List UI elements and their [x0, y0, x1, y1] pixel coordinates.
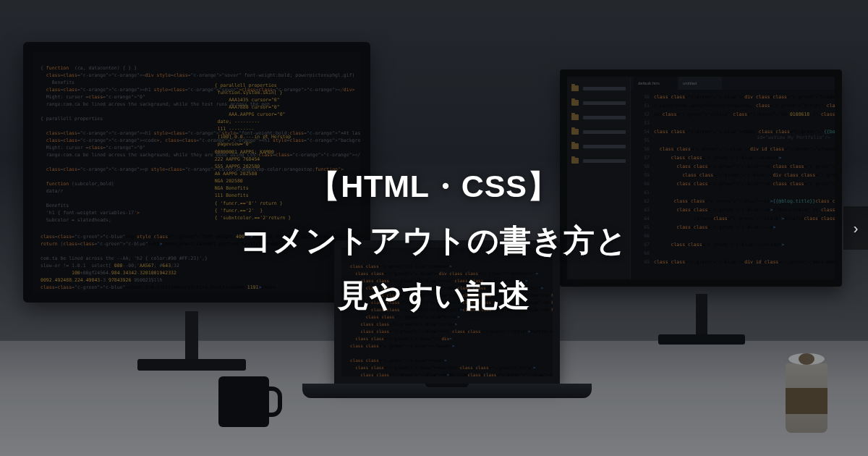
title-line-3: 見やすい記述: [338, 278, 530, 313]
hero-title: 【HTML・CSS】 コメントアウトの書き方と 見やすい記述: [0, 159, 868, 323]
carousel-next-button[interactable]: ›: [843, 206, 868, 250]
hero-scene: { function (ca, dataconten) { } } class=…: [0, 0, 868, 456]
title-line-1: 【HTML・CSS】: [309, 169, 558, 203]
title-line-2: コメントアウトの書き方と: [240, 223, 628, 258]
chevron-right-icon: ›: [854, 220, 859, 237]
